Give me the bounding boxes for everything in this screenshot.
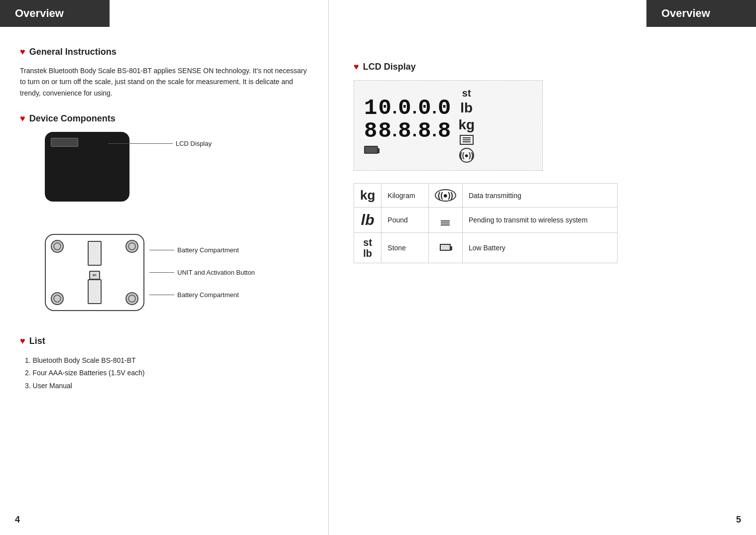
lcd-display-graphic: 1 0 . 0 . 0 . 0 8 8 . 8: [354, 80, 543, 171]
legend-table: kg Kilogram ((●)) Data transmitting lb P…: [354, 183, 618, 263]
lcd-row-2: 8 8 . 8 . 8 . 8: [364, 120, 451, 142]
general-instructions-title: ♥ General Instructions: [20, 47, 308, 57]
bar-2: [463, 139, 471, 140]
list-items: 1. Bluetooth Body Scale BS-801-BT 2. Fou…: [20, 354, 308, 392]
diagrams-section: LCD Display ᵻn: [20, 132, 308, 321]
lcd-digit-10: 8: [438, 120, 451, 142]
lcd-digit-7: 8: [378, 120, 391, 142]
top-view-diagram: LCD Display: [20, 132, 269, 221]
foot-tl: [51, 240, 64, 253]
label-battery-bottom: Battery Compartment: [149, 284, 255, 306]
scale-bottom-view: ᵻn: [45, 234, 144, 311]
lcd-display-title: ♥ LCD Display: [354, 62, 731, 72]
legend-sym-lb: lb: [354, 208, 381, 233]
bluetooth-icon-legend: ((●)): [435, 189, 456, 202]
label-unit-button: UNIT and Activation Button: [149, 261, 255, 284]
device-components-title: ♥ Device Components: [20, 113, 308, 124]
sym-kg: kg: [458, 118, 475, 132]
sym-st: st: [462, 88, 471, 98]
left-content: ♥ General Instructions Transtek Bluetoot…: [0, 47, 328, 392]
connector-line-lcd: [108, 143, 173, 144]
lcd-dot-5: .: [412, 121, 417, 140]
legend-desc-bars: Pending to transmit to wireless system: [462, 208, 617, 233]
left-panel: Overview ♥ General Instructions Transtek…: [0, 0, 329, 535]
legend-row-st: stlb Stone Low Battery: [354, 233, 618, 263]
line-unit-button: [149, 272, 174, 273]
lcd-battery-row: [364, 146, 451, 154]
bottom-view-labels: Battery Compartment UNIT and Activation …: [149, 239, 255, 306]
foot-bl: [51, 292, 64, 305]
bottom-view-wrapper: ᵻn Battery Compartment: [45, 234, 144, 311]
lcd-digit-3: 0: [398, 97, 411, 119]
battery-compartment-bottom-label: Battery Compartment: [177, 291, 239, 299]
lcd-dot-1: .: [392, 98, 397, 117]
lcd-dot-3: .: [432, 98, 437, 117]
right-page-number: 5: [736, 515, 741, 525]
legend-desc-lb: Pound: [381, 208, 429, 233]
general-instructions-body: Transtek Bluetooth Body Scale BS-801-BT …: [20, 65, 308, 99]
bar-icon-2: [441, 222, 450, 223]
legend-desc-kg: Kilogram: [381, 184, 429, 208]
legend-sym-kg: kg: [354, 184, 381, 208]
legend-desc-bt: Data transmitting: [462, 184, 617, 208]
legend-icon-bt: ((●)): [428, 184, 462, 208]
bar-3: [463, 141, 471, 142]
lcd-battery-icon: [364, 146, 378, 154]
battery-compartment-top-label: Battery Compartment: [177, 246, 239, 254]
heart-icon-list: ♥: [20, 336, 25, 346]
lcd-digit-4: 0: [418, 97, 431, 119]
unit-button: ᵻn: [89, 271, 100, 280]
lcd-indicator: [51, 138, 78, 147]
right-panel-header: Overview: [646, 0, 756, 27]
lcd-dot-4: .: [392, 121, 397, 140]
bluetooth-glyph: ((●)): [460, 151, 473, 159]
lcd-digit-2: 0: [378, 97, 391, 119]
lcd-digit-9: 8: [418, 120, 431, 142]
legend-row-kg: kg Kilogram ((●)) Data transmitting: [354, 184, 618, 208]
lcd-row-1: 1 0 . 0 . 0 . 0: [364, 97, 451, 119]
sym-lb: lb: [460, 101, 473, 115]
legend-icon-battery: [428, 233, 462, 263]
battery-slot-bottom: [88, 279, 102, 304]
lcd-dot-6: .: [432, 121, 437, 140]
sym-bars: [460, 135, 474, 145]
list-item-1: 1. Bluetooth Body Scale BS-801-BT: [25, 354, 308, 367]
list-section: ♥ List 1. Bluetooth Body Scale BS-801-BT…: [20, 336, 308, 392]
lcd-digit-8: 8: [398, 120, 411, 142]
right-panel-header-area: Overview: [329, 0, 756, 47]
line-battery-top: [149, 250, 174, 250]
unit-button-label: UNIT and Activation Button: [177, 269, 255, 276]
left-page-number: 4: [15, 515, 20, 525]
lcd-digit-1: 1: [364, 97, 377, 119]
bar-icon-1: [441, 220, 450, 221]
label-battery-top: Battery Compartment: [149, 239, 255, 261]
lcd-display-label: LCD Display: [176, 140, 212, 147]
left-panel-header: Overview: [0, 0, 110, 27]
lcd-dot-2: .: [412, 98, 417, 117]
list-item-3: 3. User Manual: [25, 380, 308, 392]
legend-sym-st: stlb: [354, 233, 381, 263]
top-view-wrapper: LCD Display: [45, 132, 129, 202]
list-item-2: 2. Four AAA-size Batteries (1.5V each): [25, 367, 308, 379]
sym-bluetooth: ((●)): [459, 148, 474, 163]
bar-icon-3: [441, 224, 450, 225]
heart-icon-gi: ♥: [20, 47, 25, 57]
legend-icon-bars: [428, 208, 462, 233]
bar-1: [463, 137, 471, 138]
bars-icon-legend: [441, 220, 450, 225]
lcd-digit-5: 0: [438, 97, 451, 119]
lcd-right-symbols: st lb kg ((●)): [458, 88, 475, 163]
lcd-digits-area: 1 0 . 0 . 0 . 0 8 8 . 8: [364, 97, 451, 154]
right-content: ♥ LCD Display 1 0 . 0 . 0 . 0: [329, 62, 756, 263]
list-title: ♥ List: [20, 336, 308, 346]
lcd-digit-6: 8: [364, 120, 377, 142]
legend-row-lb: lb Pound Pending to transmit to wireless…: [354, 208, 618, 233]
heart-icon-lcd: ♥: [354, 62, 359, 72]
foot-br: [126, 292, 138, 305]
lcd-label-connector: LCD Display: [108, 140, 212, 147]
heart-icon-dc: ♥: [20, 113, 25, 124]
legend-desc-battery: Low Battery: [462, 233, 617, 263]
battery-icon-legend: [440, 244, 451, 251]
legend-desc-st: Stone: [381, 233, 429, 263]
foot-tr: [126, 240, 138, 253]
